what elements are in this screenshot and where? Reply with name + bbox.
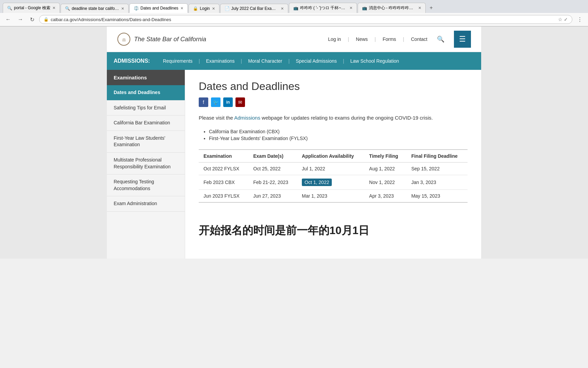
refresh-button[interactable]: ↻ xyxy=(28,16,36,24)
table-row: Oct 2022 FYLSX Oct 25, 2022 Jul 1, 2022 … xyxy=(199,163,468,175)
sidebar-item-first-year[interactable]: First-Year Law Students' Examination xyxy=(107,131,185,153)
col-header-examination: Examination xyxy=(199,150,248,163)
sidebar-item-accommodations[interactable]: Requesting Testing Accommodations xyxy=(107,174,185,196)
browser-tab-2[interactable]: 🔍 deadline state bar california ✕ xyxy=(61,4,129,13)
browser-toolbar: ← → ↻ 🔒 calbar.ca.gov/Admissions/Examina… xyxy=(0,13,588,26)
cell-timely: Nov 1, 2022 xyxy=(364,175,407,190)
login-link[interactable]: Log in xyxy=(328,36,341,42)
tab-6-label: 咋咋咋 ( '- ')つロ 千杯~bi... xyxy=(300,5,347,11)
sidebar: Examinations Dates and Deadlines Safelis… xyxy=(107,70,185,259)
logo-icon: ⚖ xyxy=(117,32,131,46)
check-icon[interactable]: ✓ xyxy=(564,17,568,22)
tab-5-favicon: 📄 xyxy=(225,6,229,11)
table-row: Jun 2023 FYLSX Jun 27, 2023 Mar 1, 2023 … xyxy=(199,190,468,203)
col-header-final: Final Filing Deadline xyxy=(407,150,468,163)
address-actions: ☆ ✓ xyxy=(558,17,568,22)
cell-availability: Jul 1, 2022 xyxy=(297,163,364,175)
list-item: First-Year Law Students' Examination (FY… xyxy=(209,136,468,141)
cell-final: Jan 3, 2023 xyxy=(407,175,468,190)
twitter-icon[interactable]: 🐦 xyxy=(211,97,220,107)
browser-chrome: 🔍 portal - Google 検索 ✕ 🔍 deadline state … xyxy=(0,0,588,27)
chinese-annotation: 开始报名的时间是前一年的10月1日 xyxy=(199,213,468,248)
admissions-link[interactable]: Admissions xyxy=(234,115,260,121)
tab-4-close[interactable]: ✕ xyxy=(212,6,215,11)
sidebar-item-exam-admin[interactable]: Exam Administration xyxy=(107,196,185,212)
sidebar-item-mpre[interactable]: Multistate Professional Responsibility E… xyxy=(107,153,185,174)
cell-exam: Jun 2023 FYLSX xyxy=(199,190,248,203)
tab-7-close[interactable]: ✕ xyxy=(418,6,421,10)
exam-table: Examination Exam Date(s) Application Ava… xyxy=(199,149,468,203)
back-button[interactable]: ← xyxy=(3,16,13,23)
search-button[interactable]: 🔍 xyxy=(434,34,447,44)
nav-examinations[interactable]: Examinations xyxy=(200,53,241,69)
sidebar-item-dates[interactable]: Dates and Deadlines xyxy=(107,85,185,101)
facebook-icon[interactable]: f xyxy=(199,97,208,107)
tab-2-close[interactable]: ✕ xyxy=(121,6,124,11)
tab-5-close[interactable]: ✕ xyxy=(281,6,284,11)
browser-tab-3[interactable]: ⚖️ Dates and Deadlines ✕ xyxy=(129,3,188,13)
cell-dates: Feb 21-22, 2023 xyxy=(248,175,297,190)
address-text: calbar.ca.gov/Admissions/Examinations/Da… xyxy=(51,17,558,22)
website: ⚖ The State Bar of California Log in | N… xyxy=(107,27,481,259)
nav-law-school[interactable]: Law School Regulation xyxy=(344,53,405,69)
browser-tab-1[interactable]: 🔍 portal - Google 検索 ✕ xyxy=(3,3,60,13)
lock-icon: 🔒 xyxy=(44,17,49,22)
cell-availability-highlighted: Oct 1, 2022 xyxy=(297,175,364,190)
tab-3-label: Dates and Deadlines xyxy=(141,6,178,11)
forms-link[interactable]: Forms xyxy=(382,36,396,42)
sidebar-item-safelisting[interactable]: Safelisting Tips for Email xyxy=(107,101,185,116)
header-nav: Log in | News | Forms | Contact 🔍 ☰ xyxy=(328,31,471,48)
cell-exam: Feb 2023 CBX xyxy=(199,175,248,190)
highlighted-date: Oct 1, 2022 xyxy=(302,179,332,186)
page-title: Dates and Deadlines xyxy=(199,80,468,93)
tab-6-close[interactable]: ✕ xyxy=(349,6,353,10)
social-icons: f 🐦 in ✉ xyxy=(199,97,468,107)
menu-button[interactable]: ⋮ xyxy=(575,16,585,24)
tab-2-label: deadline state bar california xyxy=(72,6,119,11)
browser-tab-6[interactable]: 📺 咋咋咋 ( '- ')つロ 千杯~bi... ✕ xyxy=(289,3,357,13)
tab-1-close[interactable]: ✕ xyxy=(52,6,55,10)
col-header-timely: Timely Filing xyxy=(364,150,407,163)
main-content: Dates and Deadlines f 🐦 in ✉ Please visi… xyxy=(185,70,481,259)
browser-tab-7[interactable]: 📺 消息中心 - 咋咋咋咋咋弹幕视频... ✕ xyxy=(358,3,426,13)
intro-text-before: Please visit the xyxy=(199,115,234,121)
cell-dates: Jun 27, 2023 xyxy=(248,190,297,203)
browser-tab-5[interactable]: 📄 July 2022 Cal Bar Exam anno... ✕ xyxy=(220,4,288,13)
nav-moral-character[interactable]: Moral Character xyxy=(242,53,288,69)
nav-requirements[interactable]: Requirements xyxy=(157,53,199,69)
admissions-nav: ADMISSIONS: Requirements | Examinations … xyxy=(107,52,481,70)
admissions-label: ADMISSIONS: xyxy=(114,58,150,64)
table-row: Feb 2023 CBX Feb 21-22, 2023 Oct 1, 2022… xyxy=(199,175,468,190)
cell-final: May 15, 2023 xyxy=(407,190,468,203)
tab-4-label: Login xyxy=(200,6,210,11)
col-header-availability: Application Availability xyxy=(297,150,364,163)
exam-list: California Bar Examination (CBX) First-Y… xyxy=(209,129,468,141)
email-icon[interactable]: ✉ xyxy=(235,97,245,107)
tab-7-favicon: 📺 xyxy=(362,6,367,11)
news-link[interactable]: News xyxy=(356,36,368,42)
cell-timely: Aug 1, 2022 xyxy=(364,163,407,175)
tab-6-favicon: 📺 xyxy=(293,6,298,11)
sidebar-section-title: Examinations xyxy=(107,70,185,85)
tab-3-close[interactable]: ✕ xyxy=(180,6,183,11)
site-logo[interactable]: ⚖ The State Bar of California xyxy=(117,32,206,46)
contact-link[interactable]: Contact xyxy=(411,36,427,42)
browser-tab-bar: 🔍 portal - Google 検索 ✕ 🔍 deadline state … xyxy=(0,0,588,13)
intro-text-after: webpage for updates relating to exams du… xyxy=(260,115,433,121)
nav-special-admissions[interactable]: Special Admissions xyxy=(290,53,343,69)
linkedin-icon[interactable]: in xyxy=(223,97,233,107)
new-tab-button[interactable]: + xyxy=(426,3,436,13)
cell-exam: Oct 2022 FYLSX xyxy=(199,163,248,175)
intro-paragraph: Please visit the Admissions webpage for … xyxy=(199,114,468,122)
cell-dates: Oct 25, 2022 xyxy=(248,163,297,175)
forward-button[interactable]: → xyxy=(16,16,25,23)
bookmark-icon[interactable]: ☆ xyxy=(558,17,562,22)
tab-5-label: July 2022 Cal Bar Exam anno... xyxy=(231,6,279,11)
svg-text:⚖: ⚖ xyxy=(122,37,126,42)
hamburger-menu-button[interactable]: ☰ xyxy=(454,31,471,48)
browser-tab-4[interactable]: 🔒 Login ✕ xyxy=(189,4,219,13)
address-bar[interactable]: 🔒 calbar.ca.gov/Admissions/Examinations/… xyxy=(39,15,572,24)
sidebar-item-cal-bar[interactable]: California Bar Examination xyxy=(107,116,185,131)
tab-4-favicon: 🔒 xyxy=(193,6,198,11)
tab-3-favicon: ⚖️ xyxy=(134,6,138,11)
